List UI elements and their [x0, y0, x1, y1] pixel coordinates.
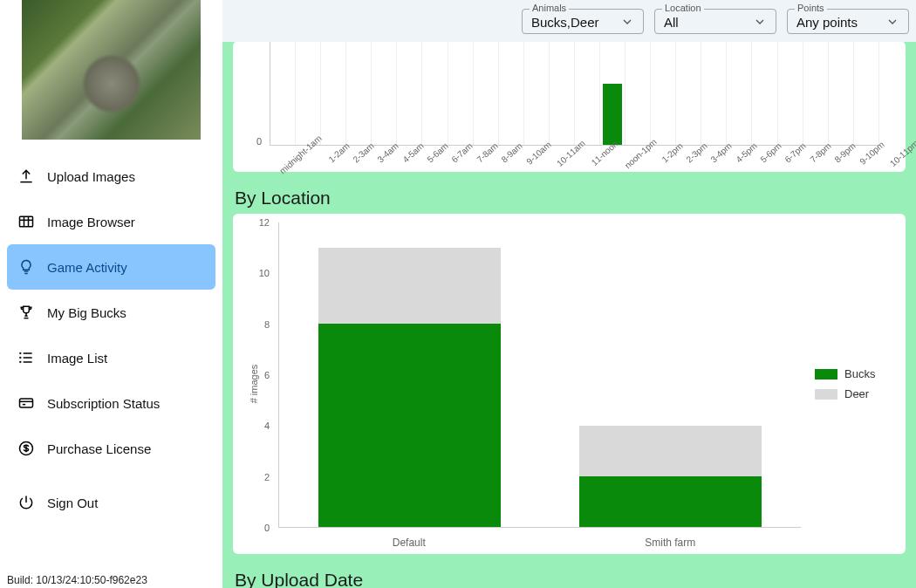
chart-bar-slot: [829, 41, 854, 145]
nav-label: Image Browser: [47, 215, 135, 229]
chart-bar-slot: [778, 41, 803, 145]
chart-ytick: 0: [264, 523, 270, 533]
location-filter-value: All: [664, 15, 753, 30]
location-filter-legend: Location: [662, 3, 704, 13]
chart-ytick: 2: [264, 472, 270, 482]
legend-deer: Deer: [815, 387, 906, 400]
nav-image-browser[interactable]: Image Browser: [7, 199, 215, 244]
points-filter-value: Any points: [796, 15, 885, 30]
chart-ytick: 8: [264, 319, 270, 330]
chart-ytick: 6: [264, 370, 270, 380]
hourly-chart-plot: [270, 41, 879, 146]
chart-xtick: 10-11pm: [888, 138, 916, 168]
location-filter[interactable]: Location All: [654, 9, 776, 34]
nav-subscription-status[interactable]: Subscription Status: [7, 380, 215, 426]
chart-bar-slot: [651, 41, 676, 145]
svg-point-8: [20, 358, 21, 359]
card-icon: [17, 394, 35, 412]
chart-xtick: Smith farm: [540, 537, 802, 549]
nav-label: Sign Out: [47, 496, 98, 510]
chart-bar: [603, 84, 622, 145]
chart-bar-slot: [676, 41, 701, 145]
chart-bar-slot: [499, 41, 524, 145]
nav-image-list[interactable]: Image List: [7, 335, 215, 380]
chart-ytick: 12: [259, 217, 270, 228]
chart-bar-slot: [701, 41, 727, 145]
power-icon: [17, 494, 35, 511]
nav-label: Purchase License: [47, 441, 151, 456]
svg-rect-0: [20, 216, 33, 227]
svg-point-7: [20, 353, 21, 354]
chart-bar-slot: [321, 41, 346, 145]
chart-xtick: Default: [278, 537, 540, 549]
nav-label: Upload Images: [47, 169, 135, 184]
chart-bar-slot: [575, 41, 600, 145]
grid-icon: [17, 213, 35, 230]
animals-filter-value: Bucks,Deer: [531, 15, 620, 30]
nav-label: My Big Bucks: [47, 305, 126, 320]
svg-rect-10: [20, 399, 33, 407]
chart-bar-slot: [422, 41, 448, 145]
legend-swatch-bucks: [815, 369, 837, 379]
nav-label: Subscription Status: [47, 396, 160, 411]
animals-filter[interactable]: Animals Bucks,Deer: [522, 9, 644, 34]
points-filter[interactable]: Points Any points: [787, 9, 909, 34]
svg-point-9: [20, 362, 21, 363]
chart-bar-slot: [474, 41, 499, 145]
chart-segment-bucks: [318, 324, 501, 527]
chart-bar-slot: [625, 41, 651, 145]
chart-legend: Bucks Deer: [810, 214, 906, 554]
nav-my-big-bucks[interactable]: My Big Bucks: [7, 290, 215, 335]
nav-label: Game Activity: [47, 260, 127, 275]
chart-bar-slot: [803, 41, 829, 145]
chevron-down-icon: [753, 15, 767, 29]
chart-bar-slot: [550, 41, 575, 145]
nav-label: Image List: [47, 351, 107, 366]
chart-bar-slot: [397, 41, 422, 145]
chart-bar-slot: [854, 41, 879, 145]
chart-ytick: 10: [259, 268, 270, 278]
chart-ytick: 4: [264, 420, 270, 431]
section-title-upload-date: By Upload Date: [222, 563, 916, 588]
chart-bar-slot: [600, 41, 625, 145]
main-content: 0 midnight-1am1-2am2-3am3-4am4-5am5-6am6…: [222, 0, 916, 588]
points-filter-legend: Points: [795, 3, 827, 13]
chevron-down-icon: [620, 15, 634, 29]
legend-label: Bucks: [844, 367, 875, 380]
legend-label: Deer: [844, 387, 869, 400]
chart-bar-slot: [752, 41, 777, 145]
section-title-location: By Location: [222, 181, 916, 214]
legend-bucks: Bucks: [815, 367, 906, 380]
chart-column: [279, 222, 540, 527]
trophy-icon: [17, 304, 35, 321]
sidebar: Upload Images Image Browser Game Activit…: [0, 0, 222, 588]
hourly-chart-card: 0 midnight-1am1-2am2-3am3-4am4-5am5-6am6…: [233, 41, 906, 172]
location-chart-plot: [278, 222, 801, 528]
chart-bar-slot: [270, 41, 296, 145]
chart-bar-slot: [346, 41, 372, 145]
dollar-icon: [17, 440, 35, 457]
build-label: Build: 10/13/24:10:50-f962e23: [7, 574, 147, 586]
nav-game-activity[interactable]: Game Activity: [7, 244, 215, 290]
nav-purchase-license[interactable]: Purchase License: [7, 426, 215, 471]
chart-segment-deer: [318, 248, 501, 324]
nav-upload-images[interactable]: Upload Images: [7, 154, 215, 199]
animals-filter-legend: Animals: [530, 3, 569, 13]
chart-bar-slot: [296, 41, 321, 145]
nav-list: Upload Images Image Browser Game Activit…: [0, 154, 222, 525]
profile-image: [22, 0, 201, 140]
chart-bar-slot: [372, 41, 397, 145]
nav-sign-out[interactable]: Sign Out: [7, 480, 215, 525]
chart-bar-slot: [448, 41, 474, 145]
chart-bar-slot: [727, 41, 752, 145]
bulb-icon: [17, 258, 35, 276]
upload-icon: [17, 168, 35, 185]
chart-bar-slot: [524, 41, 550, 145]
chart-segment-deer: [579, 426, 762, 476]
chart-column: [540, 222, 801, 527]
chart-segment-bucks: [579, 476, 762, 527]
filter-bar: Animals Bucks,Deer Location All Points A…: [222, 0, 916, 42]
chart-ytick: 0: [256, 136, 262, 147]
hourly-chart-xlabels: midnight-1am1-2am2-3am3-4am4-5am5-6am6-7…: [270, 147, 879, 157]
legend-swatch-deer: [815, 389, 837, 400]
